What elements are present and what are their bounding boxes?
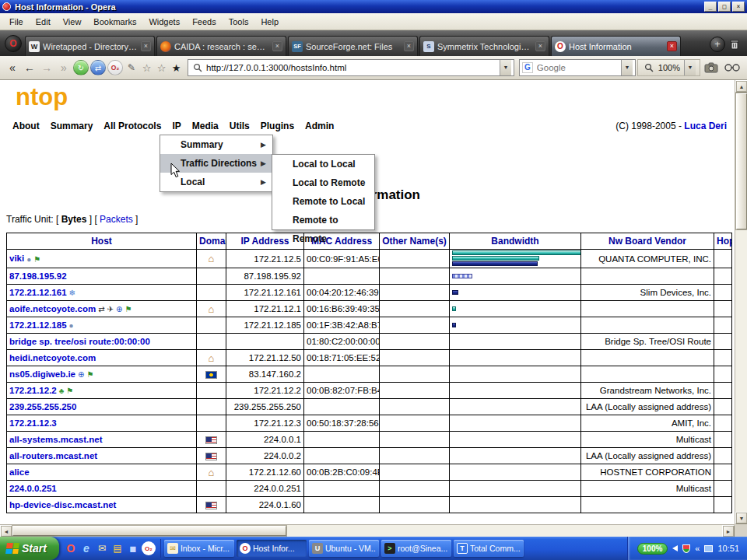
host-link[interactable]: 172.21.12.2 [9,386,57,395]
menu-file[interactable]: File [3,15,30,29]
floppy-quicklaunch-icon[interactable]: ◼ [126,541,140,555]
nav-admin[interactable]: Admin [305,121,334,131]
host-link[interactable]: aoife.netcoyote.com [9,304,96,313]
reload-button[interactable]: ↻ [73,60,89,75]
host-link[interactable]: heidi.netcoyote.com [9,353,96,362]
nav-ip[interactable]: IP [172,121,181,131]
vertical-scrollbar[interactable]: ▲ ▼ [735,80,747,524]
note-icon[interactable]: ✎ [124,62,139,73]
zoom-control[interactable]: 100% ▼ [637,59,700,76]
host-link[interactable]: all-routers.mcast.net [9,451,97,460]
web-search-field[interactable]: G ▼ [519,59,636,76]
menu-view[interactable]: View [57,15,88,29]
column-header-nw-board-vendor[interactable]: Nw Board Vendor [581,233,714,250]
host-link[interactable]: ns05.digiweb.ie [9,369,75,379]
battery-status-badge[interactable]: 100% [637,543,668,555]
vertical-scroll-thumb[interactable] [736,93,747,229]
o2-quicklaunch-icon[interactable]: O₂ [142,541,156,555]
host-link[interactable]: viki [9,254,24,263]
new-tab-button[interactable]: + [710,37,725,52]
tab-symmetrix-technologies[interactable]: SSymmetrix Technologies...× [419,36,549,56]
volume-icon[interactable] [672,545,678,551]
author-link[interactable]: Luca Deri [684,121,727,131]
scroll-right-arrow[interactable]: ► [722,525,735,537]
tab-host-information[interactable]: OHost Information× [551,36,681,56]
tab-sourceforge-net-files[interactable]: SFSourceForge.net: Files× [288,36,418,56]
host-link[interactable]: 239.255.255.250 [9,402,76,411]
host-link[interactable]: 172.21.12.185 [9,320,67,330]
fast-forward-button[interactable]: » [56,61,72,74]
menu-feeds[interactable]: Feeds [186,15,223,29]
column-header-bandwidth[interactable]: Bandwidth [450,233,581,250]
rewind-button[interactable]: « [5,61,20,74]
submenu-item-local-to-local[interactable]: Local to Local [272,155,374,173]
column-header-other-name-s[interactable]: Other Name(s) [380,233,450,250]
tab-close-icon[interactable]: × [404,41,414,51]
tab-close-icon[interactable]: × [141,41,151,51]
scroll-up-arrow[interactable]: ▲ [735,80,747,93]
unit-packets-link[interactable]: Packets [100,214,133,225]
taskbar-button-host-infor[interactable]: OHost Infor... [237,540,307,557]
nav-summary[interactable]: Summary [51,121,93,131]
zoom-dropdown-arrow[interactable]: ▼ [684,60,696,75]
host-link[interactable]: bridge sp. tree/osi route:00:00:00 [9,337,150,346]
nav-media[interactable]: Media [192,121,219,131]
url-dropdown-arrow[interactable]: ▼ [500,60,511,75]
host-link[interactable]: 224.0.0.251 [9,484,57,493]
security-icon[interactable] [682,544,690,553]
start-button[interactable]: Start [0,537,59,560]
scroll-down-arrow[interactable]: ▼ [735,512,747,524]
menu-item-summary[interactable]: Summary▶ [160,135,272,154]
nav-utils[interactable]: Utils [230,121,250,131]
column-header-hops[interactable]: Hops [714,233,732,250]
host-link[interactable]: 87.198.195.92 [9,271,67,281]
sync-button[interactable]: ⇄ [90,60,106,75]
host-link[interactable]: 172.21.12.3 [9,418,57,428]
ie-quicklaunch-icon[interactable]: e [79,541,93,555]
forward-button[interactable]: → [39,61,54,74]
menu-bookmarks[interactable]: Bookmarks [87,15,142,29]
restore-button[interactable]: □ [718,2,731,12]
nav-plugins[interactable]: Plugins [261,121,294,131]
host-link[interactable]: 172.21.12.161 [9,288,67,297]
network-icon[interactable] [704,545,713,552]
taskbar-button-total-comm[interactable]: TTotal Comm... [454,540,524,557]
taskbar-button-root-sinea[interactable]: >root@Sinea... [381,540,451,557]
taskbar-clock[interactable]: 10:51 [717,544,739,553]
bookmark-star-icon[interactable]: ☆ [155,62,168,74]
taskbar-button-inbox-micr[interactable]: ✉Inbox - Micr... [164,540,234,557]
nav-all-protocols[interactable]: All Protocols [103,121,161,131]
search-input[interactable] [535,62,619,73]
close-button[interactable]: × [732,2,745,12]
nav-about[interactable]: About [12,121,40,131]
closed-tabs-trash-icon[interactable] [728,38,741,51]
column-header-host[interactable]: Host [7,233,197,250]
tab-wiretapped-directory-i[interactable]: WWiretapped - Directory I...× [25,36,155,56]
back-button[interactable]: ← [22,61,37,74]
mail-quicklaunch-icon[interactable]: ✉ [95,541,109,555]
host-link[interactable]: all-systems.mcast.net [9,435,103,444]
view-glasses-icon[interactable] [724,63,740,72]
tab-close-icon[interactable]: × [667,41,677,51]
opera-quicklaunch-icon[interactable]: O [64,541,78,555]
menu-edit[interactable]: Edit [30,15,57,29]
search-engine-dropdown[interactable]: ▼ [621,60,633,75]
bookmark-star-icon[interactable]: ☆ [140,62,153,74]
taskbar-button-ubuntu-vm[interactable]: UUbuntu - VM... [309,540,379,557]
tab-close-icon[interactable]: × [535,41,545,51]
column-header-domain[interactable]: Domain [197,233,226,250]
submenu-item-remote-to-remote[interactable]: Remote to Remote [272,211,374,229]
submenu-item-local-to-remote[interactable]: Local to Remote [272,173,374,192]
minimize-button[interactable]: _ [704,2,717,12]
url-input[interactable] [205,62,498,73]
host-link[interactable]: alice [9,467,30,477]
opera-home-button[interactable]: O [5,35,22,52]
submenu-item-remote-to-local[interactable]: Remote to Local [272,192,374,211]
horizontal-scroll-thumb[interactable] [12,526,286,536]
tab-close-icon[interactable]: × [272,41,282,51]
tab-caida-research-secu[interactable]: CAIDA : research : secu...× [156,36,286,56]
camera-icon[interactable] [704,62,718,73]
menu-tools[interactable]: Tools [223,15,255,29]
menu-help[interactable]: Help [254,15,285,29]
tray-chevron-icon[interactable]: « [695,544,700,553]
